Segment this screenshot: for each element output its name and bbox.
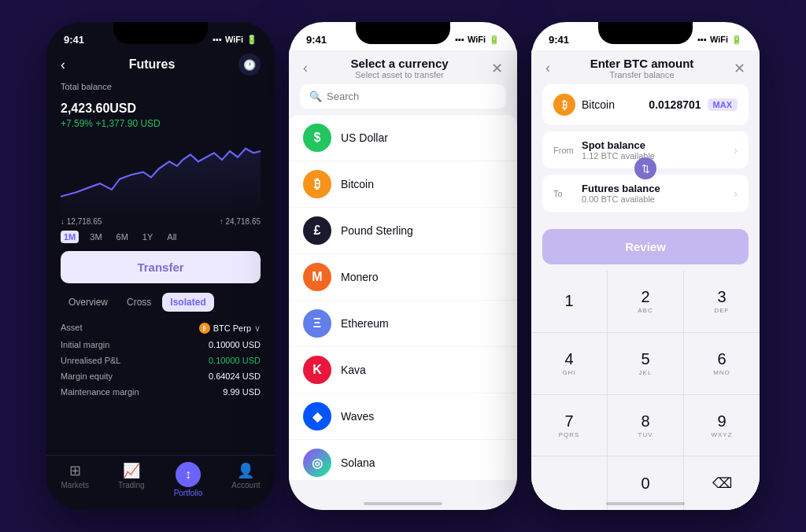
currency-item-kava[interactable]: K Kava — [289, 347, 517, 393]
status-icons: ▪▪▪ WiFi 🔋 — [697, 35, 742, 45]
numpad-key-6[interactable]: 6MNO — [684, 333, 760, 394]
initial-margin-value: 0.10000 USD — [209, 340, 261, 349]
filter-1m[interactable]: 1M — [61, 231, 79, 243]
filter-1y[interactable]: 1Y — [139, 231, 156, 243]
numpad-key-2[interactable]: 2ABC — [608, 271, 683, 332]
close-button[interactable]: ✕ — [491, 60, 503, 77]
markets-icon: ⊞ — [69, 462, 81, 479]
maintenance-value: 9.99 USD — [223, 387, 261, 397]
numpad-key-3[interactable]: 3DEF — [684, 271, 760, 332]
currency-item-solana[interactable]: ◎ Solana — [289, 440, 517, 480]
from-box[interactable]: From Spot balance 1.12 BTC available › ⇅ — [542, 131, 749, 168]
nav-trading-label: Trading — [118, 481, 145, 490]
numpad-key-4[interactable]: 4GHI — [531, 333, 607, 394]
review-button[interactable]: Review — [542, 229, 749, 264]
numpad-key-8[interactable]: 8TUV — [608, 395, 683, 456]
numpad-key-5[interactable]: 5JKL — [608, 333, 683, 394]
from-sub: 1.12 BTC available — [582, 151, 734, 161]
battery-icon: 🔋 — [246, 35, 257, 45]
numpad-key-7[interactable]: 7PQRS — [531, 395, 607, 456]
currency-name: Solana — [341, 456, 375, 469]
to-box[interactable]: To Futures balance 0.00 BTC available › — [542, 175, 749, 212]
numpad-key-1[interactable]: 1 — [531, 271, 607, 332]
numpad-backspace[interactable]: ⌫ — [684, 456, 760, 510]
time-display: 9:41 — [306, 34, 327, 46]
coin-name: Bitcoin — [582, 98, 615, 111]
wifi-icon: WiFi — [710, 35, 728, 44]
trading-icon: 📈 — [123, 462, 140, 479]
btc-content: ‹ Enter BTC amount Transfer balance ✕ ₿ … — [531, 50, 760, 510]
transfer-boxes: From Spot balance 1.12 BTC available › ⇅… — [542, 131, 749, 216]
from-title: Spot balance — [582, 139, 734, 151]
maintenance-label: Maintenance margin — [61, 387, 139, 397]
filter-3m[interactable]: 3M — [87, 231, 105, 243]
swap-icon[interactable]: ⇅ — [634, 157, 656, 179]
asset-row-margin: Initial margin 0.10000 USD — [61, 337, 261, 353]
unrealised-label: Unrealised P&L — [61, 356, 120, 365]
asset-row-equity: Margin equity 0.64024 USD — [61, 368, 261, 384]
signal-icon: ▪▪▪ — [213, 35, 222, 44]
signal-icon: ▪▪▪ — [697, 35, 707, 44]
to-sub: 0.00 BTC available — [582, 194, 734, 204]
currency-item-monero[interactable]: M Monero — [289, 254, 517, 300]
account-icon: 👤 — [237, 462, 254, 479]
phone-futures: 9:41 ▪▪▪ WiFi 🔋 ‹ Futures 🕐 Total balanc… — [46, 22, 275, 510]
time-display: 9:41 — [64, 34, 84, 46]
back-button[interactable]: ‹ — [61, 57, 65, 73]
tab-overview[interactable]: Overview — [61, 293, 116, 312]
asset-row-asset: Asset ₿ BTC Perp ∨ — [61, 320, 261, 337]
coin-amount: 0.0128701 — [649, 98, 701, 111]
title-block: Enter BTC amount Transfer balance — [550, 57, 734, 79]
filter-6m[interactable]: 6M — [113, 231, 131, 243]
to-info: Futures balance 0.00 BTC available — [582, 183, 734, 204]
chart-labels: ↓ 12,718.65 ↑ 24,718.65 — [61, 217, 261, 226]
transfer-button[interactable]: Transfer — [61, 251, 261, 283]
search-box[interactable]: 🔍 — [300, 84, 506, 109]
wifi-icon: WiFi — [468, 35, 486, 44]
screen-subtitle: Select asset to transfer — [308, 70, 491, 79]
tab-isolated[interactable]: Isolated — [162, 293, 213, 312]
currency-name: Pound Sterling — [341, 224, 413, 237]
currency-name: US Dollar — [341, 131, 388, 144]
close-button[interactable]: ✕ — [734, 60, 745, 77]
filter-all[interactable]: All — [164, 231, 179, 243]
page-title: Futures — [129, 57, 176, 72]
nav-account[interactable]: 👤 Account — [231, 462, 260, 497]
history-button[interactable]: 🕐 — [238, 54, 261, 76]
asset-value: ₿ BTC Perp ∨ — [199, 323, 261, 334]
currency-item-us-dollar[interactable]: $ US Dollar — [289, 115, 517, 161]
max-button[interactable]: MAX — [708, 98, 738, 111]
search-icon: 🔍 — [309, 91, 322, 102]
currency-item-bitcoin[interactable]: ₿ Bitcoin — [289, 161, 517, 207]
unrealised-value: 0.10000 USD — [209, 356, 261, 365]
currency-item-waves[interactable]: ◆ Waves — [289, 393, 517, 439]
currency-name: Bitcoin — [341, 178, 374, 190]
btc-right: 0.0128701 MAX — [649, 98, 738, 111]
asset-rows: Asset ₿ BTC Perp ∨ Initial margin 0.1000… — [61, 320, 261, 400]
numpad-key-9[interactable]: 9WXYZ — [684, 395, 760, 456]
signal-icon: ▪▪▪ — [455, 35, 464, 44]
status-icons: ▪▪▪ WiFi 🔋 — [455, 35, 500, 45]
asset-row-pnl: Unrealised P&L 0.10000 USD — [61, 353, 261, 368]
currency-name: Kava — [341, 364, 366, 376]
nav-portfolio-label: Portfolio — [174, 489, 203, 497]
currency-item-ethereum[interactable]: Ξ Ethereum — [289, 301, 517, 346]
initial-margin-label: Initial margin — [61, 340, 109, 349]
search-input[interactable] — [327, 91, 497, 102]
to-arrow: › — [734, 187, 738, 200]
currency-name: Ethereum — [341, 317, 389, 330]
nav-trading[interactable]: 📈 Trading — [118, 462, 145, 497]
from-label: From — [553, 146, 575, 155]
currency-icon: ◎ — [303, 449, 331, 477]
balance-label: Total balance — [61, 82, 261, 91]
chart-low: ↓ 12,718.65 — [61, 217, 102, 226]
currency-icon: K — [303, 356, 331, 384]
balance-amount: 2,423.60USD — [61, 93, 261, 118]
tab-cross[interactable]: Cross — [119, 293, 159, 312]
screen-title: Enter BTC amount — [550, 57, 734, 70]
chart-high: ↑ 24,718.65 — [220, 217, 261, 226]
btc-left: ₿ Bitcoin — [553, 94, 615, 116]
nav-markets[interactable]: ⊞ Markets — [61, 462, 90, 497]
nav-portfolio[interactable]: ↕ Portfolio — [174, 462, 203, 497]
currency-item-pound-sterling[interactable]: £ Pound Sterling — [289, 208, 517, 253]
